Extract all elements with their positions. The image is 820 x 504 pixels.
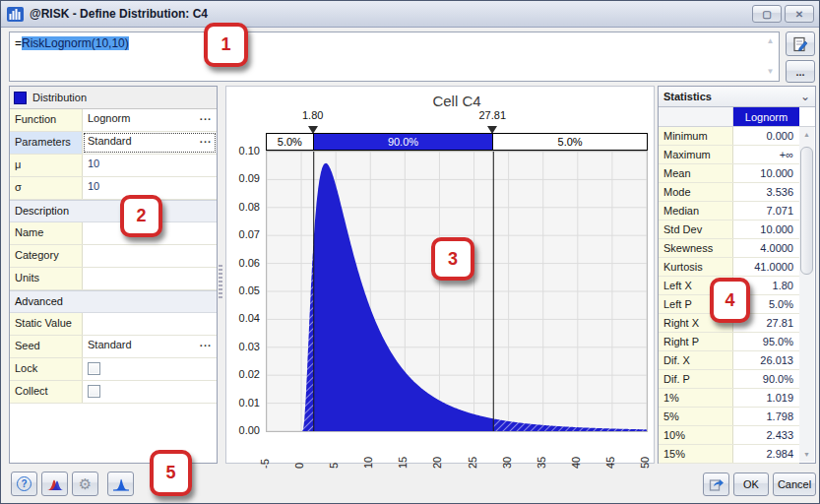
titlebar: @RISK - Define Distribution: C4 ▢ ✕: [1, 1, 819, 28]
property-row: σ10: [10, 177, 217, 200]
property-label: Function: [10, 109, 83, 131]
property-value-field[interactable]: 10: [83, 155, 217, 176]
statistic-value[interactable]: 26.013: [733, 351, 799, 369]
statistic-row: Dif. P90.0%: [659, 370, 799, 389]
property-row: Name: [10, 222, 217, 245]
statistic-value[interactable]: 2.433: [733, 426, 799, 444]
statistics-blank-header: [659, 107, 733, 126]
statistic-value[interactable]: 7.071: [733, 202, 799, 220]
statistic-row: Minimum0.000: [659, 127, 799, 146]
property-value-field[interactable]: [83, 358, 217, 380]
overlay-distributions-icon: [46, 477, 64, 491]
band-tail-probability[interactable]: 5.0%: [267, 134, 314, 150]
y-axis-tick-label: 0.00: [226, 424, 260, 436]
statistic-value[interactable]: 3.536: [733, 183, 799, 201]
statistic-label: Maximum: [659, 146, 733, 163]
checkbox[interactable]: [88, 362, 100, 375]
statistic-row: Mode3.536: [659, 183, 799, 202]
formula-input[interactable]: =RiskLognorm(10,10) ▲ ▼: [9, 32, 780, 82]
statistic-value[interactable]: 95.0%: [733, 333, 799, 350]
statistic-row: Right P95.0%: [659, 333, 799, 351]
maximize-button[interactable]: ▢: [752, 5, 782, 23]
distribution-header: Distribution: [10, 87, 217, 109]
statistic-value[interactable]: 4.0000: [733, 239, 799, 257]
property-label: Category: [10, 245, 83, 267]
x-axis-tick-label: 20: [431, 437, 445, 469]
property-value-text: Standard: [88, 339, 132, 350]
app-logo-icon: [7, 7, 24, 22]
y-axis-tick-label: 0.02: [226, 368, 260, 380]
distribution-color-swatch[interactable]: [14, 92, 27, 104]
single-distribution-button[interactable]: [107, 472, 134, 496]
statistic-value[interactable]: 90.0%: [733, 370, 799, 388]
statistic-row: 1%1.019: [659, 389, 799, 408]
statistic-value[interactable]: 1.019: [733, 389, 799, 407]
ellipsis-button[interactable]: ...: [200, 337, 212, 348]
scroll-down-icon[interactable]: ▼: [799, 447, 814, 462]
statistics-scrollbar[interactable]: ▲ ▼: [799, 127, 814, 462]
help-button[interactable]: ?: [11, 472, 37, 496]
property-value-field[interactable]: [83, 381, 217, 403]
property-label: Lock: [10, 358, 83, 380]
statistic-value[interactable]: 41.0000: [733, 258, 799, 276]
ellipsis-button[interactable]: ...: [200, 133, 212, 145]
statistic-value[interactable]: 10.000: [733, 220, 799, 238]
statistic-label: Minimum: [659, 127, 733, 145]
band-center-probability[interactable]: 90.0%: [314, 134, 494, 150]
statistic-label: 10%: [659, 426, 733, 444]
property-row: μ10: [10, 155, 217, 177]
gear-icon: ⚙: [79, 476, 92, 491]
statistic-value[interactable]: 1.798: [733, 408, 799, 425]
property-value-field[interactable]: [83, 313, 217, 335]
lognormal-curve-chart: [267, 152, 647, 431]
panel-splitter[interactable]: [219, 265, 222, 298]
formula-more-button[interactable]: ...: [786, 60, 815, 83]
band-tail-probability[interactable]: 5.0%: [493, 134, 647, 150]
property-value-text: 10: [88, 158, 99, 169]
export-icon: [709, 476, 725, 492]
statistic-value[interactable]: +∞: [733, 146, 799, 163]
formula-scroll-down-icon[interactable]: ▼: [765, 67, 776, 77]
callout-1: 1: [204, 23, 248, 67]
x-axis-tick-label: 10: [362, 437, 376, 469]
formula-scroll-up-icon[interactable]: ▲: [765, 36, 776, 46]
statistic-row: Mean10.000: [659, 164, 799, 183]
property-label: Static Value: [10, 313, 83, 335]
property-value-field[interactable]: [83, 245, 217, 267]
statistics-panel: Statistics ⌄ Lognorm Minimum0.000Maximum…: [658, 86, 816, 464]
statistic-value[interactable]: 10.000: [733, 164, 799, 182]
ellipsis-button[interactable]: ...: [200, 110, 212, 122]
settings-button[interactable]: ⚙: [72, 472, 98, 496]
statistic-row: Maximum+∞: [659, 146, 799, 164]
statistics-dropdown[interactable]: Statistics ⌄: [659, 87, 815, 107]
checkbox[interactable]: [88, 385, 100, 398]
property-value-field[interactable]: Standard...: [83, 336, 217, 357]
statistic-value[interactable]: 2.984: [733, 445, 799, 463]
section-header-description: Description: [10, 200, 217, 222]
close-button[interactable]: ✕: [785, 5, 814, 23]
statistic-row: Skewness4.0000: [659, 239, 799, 258]
x-axis-tick-label: 40: [570, 437, 584, 469]
export-button[interactable]: [703, 472, 729, 496]
probability-band-bar: 5.0%90.0%5.0%: [266, 133, 648, 151]
statistic-label: Dif. P: [659, 370, 733, 388]
cancel-button[interactable]: Cancel: [773, 472, 816, 496]
edit-formula-button[interactable]: [786, 32, 815, 56]
property-row: Category: [10, 245, 217, 268]
ok-button[interactable]: OK: [733, 472, 769, 496]
statistic-value[interactable]: 0.000: [733, 127, 799, 145]
statistic-label: Kurtosis: [659, 258, 733, 276]
distribution-icon: [112, 477, 130, 491]
overlay-distribution-button[interactable]: [41, 472, 68, 496]
property-row: Static Value: [10, 313, 217, 336]
scroll-up-icon[interactable]: ▲: [799, 127, 814, 142]
statistic-label: Median: [659, 202, 733, 220]
property-value-field[interactable]: Standard...: [83, 132, 217, 154]
statistic-label: Mode: [659, 183, 733, 201]
x-axis-tick-label: 25: [467, 437, 480, 469]
distribution-plot: [266, 151, 648, 432]
scrollbar-thumb[interactable]: [800, 147, 813, 275]
property-value-field[interactable]: Lognorm...: [83, 109, 217, 131]
y-axis-tick-label: 0.07: [226, 228, 260, 240]
property-value-field[interactable]: [83, 268, 217, 289]
